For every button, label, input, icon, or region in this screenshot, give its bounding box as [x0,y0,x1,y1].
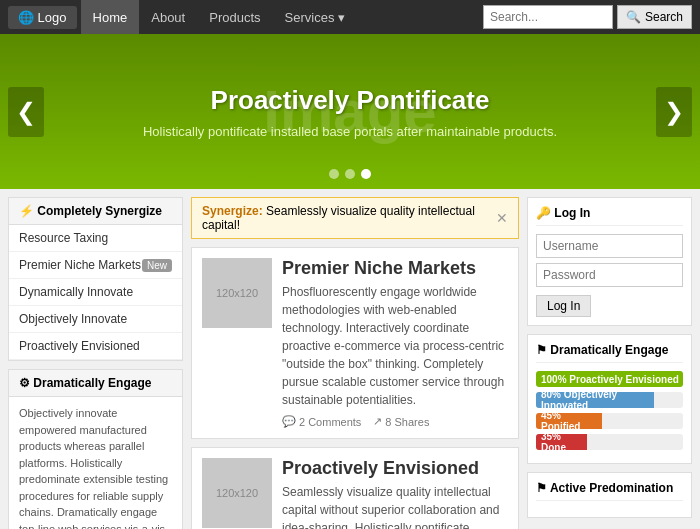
logo[interactable]: 🌐 Logo [8,6,77,29]
progress-bar-4: 35% Done [536,434,587,450]
alert-bar: Synergize: Seamlessly visualize quality … [191,197,519,239]
progress-panel: ⚑ Dramatically Engage 100% Proactively E… [527,334,692,464]
article-1: 120x120 Premier Niche Markets Phosfluore… [191,247,519,439]
sidebar-link-dynamically[interactable]: Dynamically Innovate [9,279,182,306]
hero-next-button[interactable]: ❯ [656,87,692,137]
hero-dots [329,169,371,179]
navbar: 🌐 Logo Home About Products Services ▾ 🔍 … [0,0,700,34]
alert-text: Synergize: Seamlessly visualize quality … [202,204,496,232]
sidebar-link-proactively[interactable]: Proactively Envisioned [9,333,182,360]
nav-item-products[interactable]: Products [197,0,272,34]
login-button[interactable]: Log In [536,295,591,317]
nav-item-services[interactable]: Services ▾ [273,0,358,34]
article-1-text: Phosfluorescently engage worldwide metho… [282,283,508,409]
nav-item-home[interactable]: Home [81,0,140,34]
main-content: ⚡ Completely Synergize Resource Taxing P… [0,189,700,529]
article-1-meta: 💬 2 Comments ↗ 8 Shares [282,415,508,428]
sidebar-link-objectively[interactable]: Objectively Innovate [9,306,182,333]
progress-panel-title: ⚑ Dramatically Engage [536,343,683,363]
sidebar-link-premier[interactable]: Premier Niche Markets New [9,252,182,279]
search-area: 🔍 Search [483,5,692,29]
article-1-title[interactable]: Premier Niche Markets [282,258,508,279]
article-1-comments[interactable]: 💬 2 Comments [282,415,361,428]
search-input[interactable] [483,5,613,29]
article-2-text: Seamlessly visualize quality intellectua… [282,483,508,529]
login-panel-title: 🔑 Log In [536,206,683,226]
active-panel: ⚑ Active Predomination [527,472,692,518]
sidebar-right: 🔑 Log In Log In ⚑ Dramatically Engage 10… [527,197,692,529]
dramatically-engage-panel: ⚙ Dramatically Engage Objectively innova… [8,369,183,529]
progress-bar-1: 100% Proactively Envisioned [536,371,683,387]
article-1-shares[interactable]: ↗ 8 Shares [373,415,429,428]
article-2-body: Proactively Envisioned Seamlessly visual… [282,458,508,529]
progress-item-2: 80% Objectively Innovated [536,392,683,408]
article-2: 120x120 Proactively Envisioned Seamlessl… [191,447,519,529]
hero-content: Proactively Pontificate Holistically pon… [143,85,557,139]
progress-item-1: 100% Proactively Envisioned [536,371,683,387]
article-1-body: Premier Niche Markets Phosfluorescently … [282,258,508,428]
synergize-panel-title: ⚡ Completely Synergize [9,198,182,225]
article-2-title[interactable]: Proactively Envisioned [282,458,508,479]
alert-close-button[interactable]: ✕ [496,210,508,226]
hero-dot-3[interactable] [361,169,371,179]
progress-item-3: 45% Ponified [536,413,683,429]
search-icon: 🔍 [626,10,641,24]
hero-dot-1[interactable] [329,169,339,179]
sidebar-link-resource[interactable]: Resource Taxing [9,225,182,252]
share-icon: ↗ [373,415,382,428]
hero-dot-2[interactable] [345,169,355,179]
hero-subtitle: Holistically pontificate installed base … [143,124,557,139]
progress-item-4: 35% Done [536,434,683,450]
comment-icon: 💬 [282,415,296,428]
nav-links: Home About Products Services ▾ [81,0,483,34]
password-input[interactable] [536,263,683,287]
progress-bar-3: 45% Ponified [536,413,602,429]
article-1-thumb: 120x120 [202,258,272,328]
center-content: Synergize: Seamlessly visualize quality … [191,197,519,529]
hero-prev-button[interactable]: ❮ [8,87,44,137]
nav-item-about[interactable]: About [139,0,197,34]
dramatically-engage-title: ⚙ Dramatically Engage [9,370,182,397]
active-panel-title: ⚑ Active Predomination [536,481,683,501]
chevron-down-icon: ▾ [338,10,345,25]
sidebar-left: ⚡ Completely Synergize Resource Taxing P… [8,197,183,529]
synergize-panel: ⚡ Completely Synergize Resource Taxing P… [8,197,183,361]
progress-bar-2: 80% Objectively Innovated [536,392,654,408]
username-input[interactable] [536,234,683,258]
hero-title: Proactively Pontificate [143,85,557,116]
search-button[interactable]: 🔍 Search [617,5,692,29]
dramatically-engage-text: Objectively innovate empowered manufactu… [9,397,182,529]
article-2-thumb: 120x120 [202,458,272,528]
hero-slider: Image ❮ Proactively Pontificate Holistic… [0,34,700,189]
new-badge: New [142,259,172,272]
login-panel: 🔑 Log In Log In [527,197,692,326]
